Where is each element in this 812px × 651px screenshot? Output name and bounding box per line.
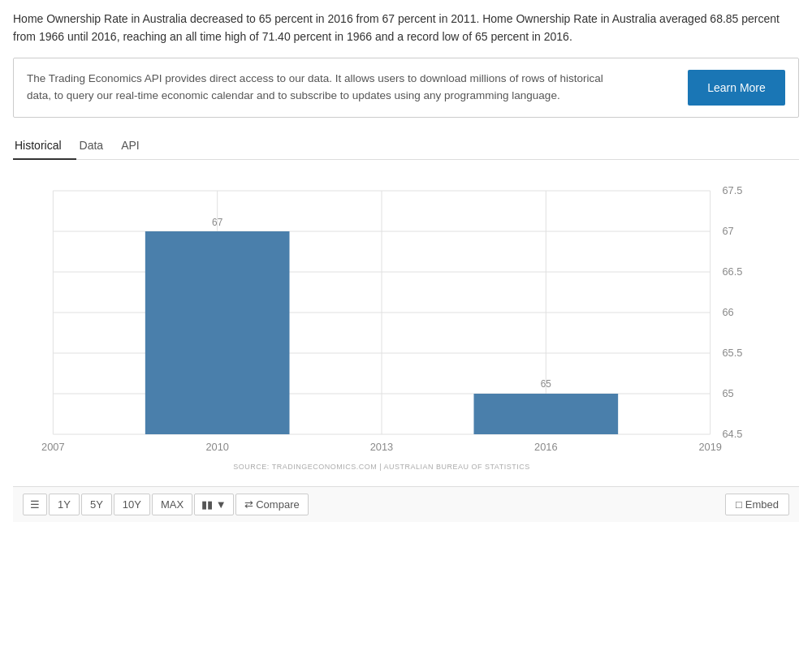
toolbar-list-icon-button[interactable]: ☰	[23, 494, 47, 515]
svg-text:65.5: 65.5	[722, 347, 742, 359]
svg-text:2010: 2010	[205, 441, 229, 453]
svg-text:66: 66	[722, 306, 733, 318]
svg-rect-24	[145, 231, 290, 434]
api-box-text: The Trading Economics API provides direc…	[27, 71, 620, 105]
toolbar: ☰ 1Y 5Y 10Y MAX ▮▮ ▼ ⇄ Compare □ Embed	[13, 486, 799, 522]
toolbar-5y-button[interactable]: 5Y	[81, 494, 112, 515]
tab-historical[interactable]: Historical	[13, 132, 76, 160]
svg-text:65: 65	[541, 378, 552, 390]
tab-api[interactable]: API	[118, 132, 154, 160]
svg-text:67.5: 67.5	[722, 184, 742, 196]
embed-icon: □	[736, 498, 742, 511]
svg-text:65: 65	[722, 387, 733, 399]
svg-text:64.5: 64.5	[722, 428, 742, 440]
svg-text:67: 67	[722, 225, 733, 237]
toolbar-embed-button[interactable]: □ Embed	[725, 494, 789, 515]
bar-chart: 67.5 67 66.5 66 65.5 65 64.5 2007 2010 2…	[13, 166, 750, 459]
toolbar-10y-button[interactable]: 10Y	[114, 494, 150, 515]
toolbar-chart-type-button[interactable]: ▮▮ ▼	[194, 494, 233, 515]
toolbar-max-button[interactable]: MAX	[152, 494, 192, 515]
svg-rect-26	[474, 394, 619, 434]
embed-label: Embed	[745, 498, 779, 511]
svg-text:66.5: 66.5	[722, 265, 742, 278]
chart-area: 67.5 67 66.5 66 65.5 65 64.5 2007 2010 2…	[13, 166, 799, 483]
svg-text:2007: 2007	[41, 441, 65, 453]
tabs-row: Historical Data API	[13, 132, 799, 160]
api-info-box: The Trading Economics API provides direc…	[13, 58, 799, 118]
tab-data[interactable]: Data	[76, 132, 119, 160]
toolbar-compare-button[interactable]: ⇄ Compare	[235, 494, 309, 515]
svg-text:2016: 2016	[534, 441, 558, 453]
svg-text:2019: 2019	[698, 441, 722, 453]
toolbar-1y-button[interactable]: 1Y	[49, 494, 80, 515]
svg-text:67: 67	[212, 217, 223, 228]
learn-more-button[interactable]: Learn More	[688, 70, 785, 106]
description-text: Home Ownership Rate in Australia decreas…	[13, 10, 799, 46]
chart-source: SOURCE: TRADINGECONOMICS.COM | AUSTRALIA…	[13, 463, 750, 471]
svg-text:2013: 2013	[370, 441, 394, 453]
